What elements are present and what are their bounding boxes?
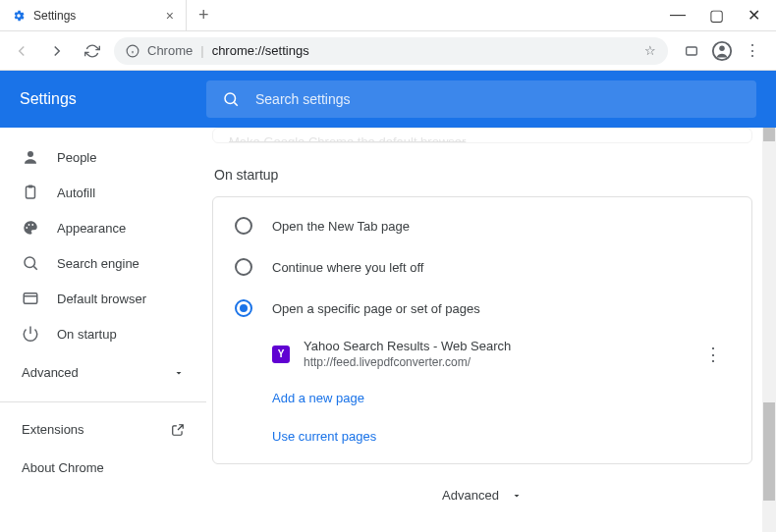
startup-card: Open the New Tab page Continue where you…	[212, 196, 752, 464]
advanced-toggle[interactable]: Advanced	[212, 464, 752, 526]
back-button[interactable]	[8, 37, 35, 65]
svg-rect-10	[28, 186, 33, 188]
page-title: Settings	[20, 90, 187, 108]
extension-icon[interactable]	[684, 43, 699, 59]
sidebar-item-startup[interactable]: On startup	[0, 316, 206, 351]
radio-icon	[235, 217, 252, 235]
sidebar-item-people[interactable]: People	[0, 139, 206, 175]
svg-rect-16	[24, 293, 37, 304]
option-specific-page[interactable]: Open a specific page or set of pages	[213, 288, 751, 329]
search-settings-box[interactable]	[206, 80, 756, 118]
window-controls: — ▢ ✕	[654, 6, 776, 25]
info-icon	[126, 44, 139, 58]
option-new-tab[interactable]: Open the New Tab page	[213, 205, 751, 246]
svg-rect-3	[687, 47, 697, 55]
tab-strip: Settings × + — ▢ ✕	[0, 0, 776, 31]
scrollbar-thumb[interactable]	[763, 402, 775, 501]
search-icon	[22, 254, 39, 272]
scrollbar-track[interactable]	[762, 128, 776, 532]
radio-icon-selected	[235, 299, 252, 317]
page-options-kebab[interactable]: ⋮	[696, 344, 730, 365]
reload-button[interactable]	[79, 37, 106, 65]
forward-button[interactable]	[43, 37, 71, 65]
url-scheme: Chrome	[147, 43, 193, 58]
browser-toolbar: Chrome | chrome://settings ☆ ⋮	[0, 31, 776, 71]
close-tab-icon[interactable]: ×	[166, 8, 174, 24]
minimize-button[interactable]: —	[670, 6, 686, 25]
search-icon	[222, 90, 240, 108]
svg-rect-9	[27, 186, 35, 198]
url-text: chrome://settings	[212, 43, 309, 58]
svg-point-13	[31, 224, 33, 226]
section-title: On startup	[214, 167, 752, 183]
person-icon	[22, 148, 39, 166]
svg-point-5	[719, 45, 725, 51]
settings-main: Make Google Chrome the default browser O…	[206, 128, 776, 532]
sidebar-item-default-browser[interactable]: Default browser	[0, 281, 206, 316]
tab-title: Settings	[33, 9, 76, 23]
default-browser-banner[interactable]: Make Google Chrome the default browser	[212, 128, 752, 143]
browser-tab[interactable]: Settings ×	[0, 0, 187, 30]
svg-point-6	[225, 93, 236, 104]
svg-point-11	[26, 227, 28, 229]
sidebar-about[interactable]: About Chrome	[0, 449, 206, 487]
bookmark-star-icon[interactable]: ☆	[644, 43, 656, 58]
settings-header: Settings	[0, 71, 776, 128]
startup-page-title: Yahoo Search Results - Web Search	[304, 339, 683, 353]
scrollbar-up[interactable]	[763, 128, 775, 141]
browser-icon	[22, 290, 39, 307]
menu-kebab-icon[interactable]: ⋮	[745, 41, 760, 60]
radio-icon	[235, 258, 252, 276]
divider	[0, 401, 206, 402]
address-bar[interactable]: Chrome | chrome://settings ☆	[114, 37, 668, 65]
close-window-button[interactable]: ✕	[748, 6, 760, 25]
power-icon	[22, 325, 39, 343]
svg-point-12	[28, 224, 30, 226]
option-continue[interactable]: Continue where you left off	[213, 246, 751, 288]
chevron-down-icon	[511, 490, 523, 502]
sidebar-item-label: On startup	[57, 327, 117, 342]
palette-icon	[22, 219, 39, 237]
yahoo-favicon: Y	[272, 346, 290, 363]
maximize-button[interactable]: ▢	[709, 6, 724, 25]
settings-sidebar: People Autofill Appearance Search engine…	[0, 128, 206, 532]
external-link-icon	[171, 423, 185, 437]
sidebar-advanced-toggle[interactable]: Advanced	[0, 351, 206, 394]
sidebar-extensions[interactable]: Extensions	[0, 410, 206, 449]
svg-point-14	[25, 257, 35, 268]
search-input[interactable]	[255, 91, 741, 107]
chevron-down-icon	[173, 367, 185, 379]
sidebar-item-autofill[interactable]: Autofill	[0, 175, 206, 210]
sidebar-item-label: Appearance	[57, 221, 126, 236]
svg-line-7	[234, 102, 237, 105]
svg-point-8	[28, 151, 33, 157]
sidebar-item-label: People	[57, 150, 96, 165]
add-page-link[interactable]: Add a new page	[213, 379, 751, 417]
startup-page-url: http://feed.livepdfconverter.com/	[304, 355, 683, 369]
sidebar-item-label: Default browser	[57, 292, 146, 306]
startup-page-entry: Y Yahoo Search Results - Web Search http…	[213, 329, 751, 379]
profile-icon[interactable]	[711, 40, 733, 62]
svg-line-15	[33, 266, 36, 269]
new-tab-button[interactable]: +	[187, 5, 221, 26]
sidebar-item-label: Autofill	[57, 186, 95, 200]
sidebar-item-search[interactable]: Search engine	[0, 245, 206, 281]
sidebar-item-appearance[interactable]: Appearance	[0, 210, 206, 245]
clipboard-icon	[22, 184, 39, 201]
use-current-link[interactable]: Use current pages	[213, 417, 751, 455]
sidebar-item-label: Search engine	[57, 256, 139, 271]
gear-icon	[12, 9, 26, 23]
